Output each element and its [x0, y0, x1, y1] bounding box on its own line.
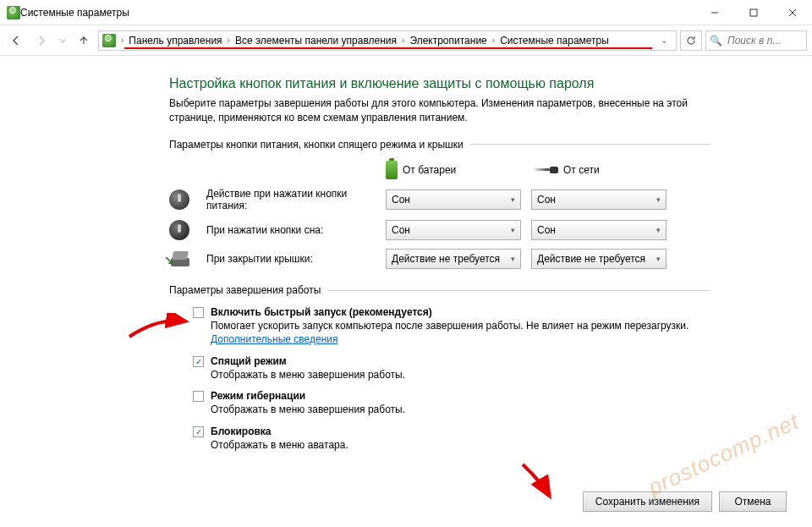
chevron-right-icon: › — [491, 36, 497, 45]
divider — [327, 290, 710, 291]
footer-buttons: Сохранить изменения Отмена — [583, 491, 787, 512]
chevron-right-icon: › — [119, 36, 125, 45]
power-button-ac-select[interactable]: Сон ▾ — [531, 189, 667, 210]
page-title: Настройка кнопок питания и включение защ… — [169, 76, 787, 91]
breadcrumb-dropdown[interactable]: ⌄ — [656, 36, 672, 45]
lock-checkbox[interactable] — [193, 426, 204, 437]
refresh-button[interactable] — [680, 30, 702, 51]
cancel-button[interactable]: Отмена — [719, 491, 787, 512]
chevron-down-icon: ▾ — [656, 195, 661, 204]
section-shutdown-title: Параметры завершения работы — [169, 284, 710, 296]
power-button-icon — [169, 189, 189, 210]
power-actions-grid: От батареи От сети Действие при нажатии … — [169, 161, 787, 270]
sleep-button-battery-select[interactable]: Сон ▾ — [386, 220, 521, 240]
window-title: Системные параметры — [20, 7, 695, 19]
col-ac-label: От сети — [563, 164, 600, 176]
annotation-underline — [124, 47, 652, 49]
power-button-battery-select[interactable]: Сон ▾ — [386, 189, 521, 210]
app-icon — [7, 6, 20, 19]
hibernate-option: Режим гибернации Отображать в меню завер… — [193, 390, 700, 417]
combo-value: Сон — [537, 224, 556, 236]
col-battery-label: От батареи — [403, 164, 456, 176]
row-lid-label: При закрытии крышки: — [206, 253, 376, 265]
lock-description: Отображать в меню аватара. — [211, 439, 700, 453]
lock-option: Блокировка Отображать в меню аватара. — [193, 425, 700, 453]
hibernate-checkbox[interactable] — [193, 391, 204, 402]
chevron-right-icon: › — [400, 36, 406, 45]
chevron-down-icon: ▾ — [511, 255, 515, 263]
column-header-battery: От батареи — [386, 161, 521, 179]
combo-value: Действие не требуется — [537, 253, 645, 265]
chevron-down-icon: ▾ — [656, 226, 661, 234]
lid-ac-select[interactable]: Действие не требуется ▾ — [531, 249, 667, 269]
content-pane: Настройка кнопок питания и включение защ… — [0, 56, 812, 477]
sleep-button-ac-select[interactable]: Сон ▾ — [531, 220, 667, 240]
forward-button[interactable] — [30, 30, 52, 52]
crumb-all-items[interactable]: Все элементы панели управления — [233, 35, 398, 47]
row-sleep-button-label: При нажатии кнопки сна: — [206, 224, 376, 236]
sleep-label: Спящий режим — [211, 355, 287, 367]
section-button-settings-title: Параметры кнопки питания, кнопки спящего… — [169, 139, 710, 151]
lid-battery-select[interactable]: Действие не требуется ▾ — [386, 249, 521, 269]
combo-value: Сон — [392, 224, 410, 236]
page-description: Выберите параметры завершения работы для… — [169, 96, 710, 125]
fast-startup-sub-text: Помогает ускорить запуск компьютера посл… — [211, 320, 689, 332]
sleep-description: Отображать в меню завершения работы. — [211, 369, 700, 382]
fast-startup-description: Помогает ускорить запуск компьютера посл… — [211, 320, 700, 346]
shutdown-options-list: Включить быстрый запуск (рекомендуется) … — [193, 306, 700, 452]
maximize-button[interactable] — [734, 0, 773, 25]
lock-label: Блокировка — [211, 425, 272, 437]
fast-startup-label: Включить быстрый запуск (рекомендуется) — [211, 306, 432, 318]
navbar: › Панель управления › Все элементы панел… — [0, 25, 812, 56]
lid-icon: ↘ — [169, 251, 191, 266]
hibernate-description: Отображать в меню завершения работы. — [211, 403, 700, 417]
chevron-down-icon: ▾ — [511, 195, 515, 204]
crumb-power[interactable]: Электропитание — [408, 35, 488, 47]
recent-dropdown[interactable] — [56, 30, 69, 52]
close-button[interactable] — [773, 0, 812, 25]
chevron-right-icon: › — [226, 36, 232, 45]
breadcrumb-icon — [102, 34, 116, 47]
section1-label: Параметры кнопки питания, кнопки спящего… — [169, 139, 464, 151]
breadcrumb[interactable]: › Панель управления › Все элементы панел… — [98, 30, 677, 51]
combo-value: Сон — [537, 194, 556, 206]
more-info-link[interactable]: Дополнительные сведения — [211, 333, 337, 345]
battery-icon — [386, 161, 398, 179]
save-button[interactable]: Сохранить изменения — [583, 491, 712, 512]
svg-rect-1 — [750, 9, 757, 16]
divider — [470, 144, 710, 145]
crumb-system-params[interactable]: Системные параметры — [498, 35, 611, 47]
row-power-button-label: Действие при нажатии кнопки питания: — [206, 188, 376, 212]
titlebar: Системные параметры — [0, 0, 812, 25]
search-box[interactable]: 🔍 — [705, 30, 807, 51]
sleep-button-icon — [169, 220, 189, 240]
minimize-button[interactable] — [695, 0, 734, 25]
section2-label: Параметры завершения работы — [169, 284, 321, 296]
combo-value: Действие не требуется — [392, 253, 500, 265]
combo-value: Сон — [392, 194, 410, 206]
chevron-down-icon: ▾ — [656, 255, 661, 263]
hibernate-label: Режим гибернации — [211, 390, 305, 402]
up-button[interactable] — [73, 30, 95, 52]
search-icon: 🔍 — [710, 35, 722, 47]
chevron-down-icon: ▾ — [511, 226, 515, 234]
plug-icon — [531, 163, 558, 177]
sleep-checkbox[interactable] — [193, 356, 204, 367]
crumb-control-panel[interactable]: Панель управления — [127, 35, 223, 47]
fast-startup-option: Включить быстрый запуск (рекомендуется) … — [193, 306, 700, 346]
back-button[interactable] — [5, 30, 27, 52]
search-input[interactable] — [726, 34, 803, 47]
fast-startup-checkbox[interactable] — [193, 307, 204, 318]
column-header-ac: От сети — [531, 163, 667, 177]
sleep-option: Спящий режим Отображать в меню завершени… — [193, 355, 700, 382]
